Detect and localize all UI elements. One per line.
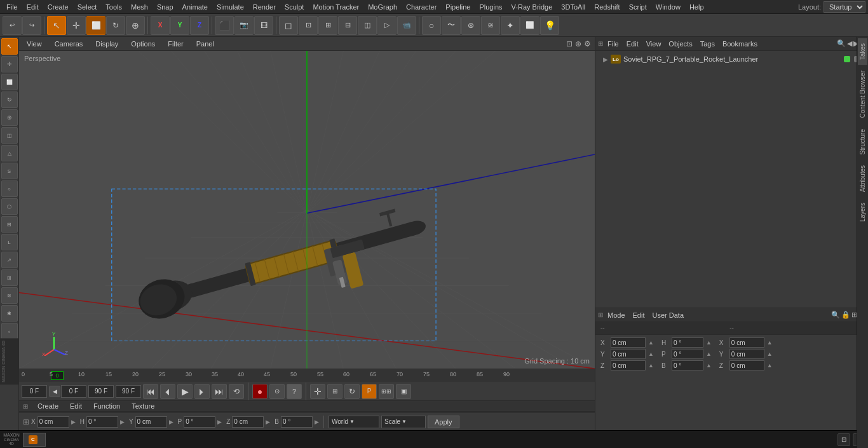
- obj-menu-view[interactable]: View: [643, 39, 665, 49]
- sphere-button[interactable]: ○: [422, 16, 441, 35]
- coord-x-input[interactable]: [37, 416, 69, 428]
- go-end-button[interactable]: ⏭: [212, 384, 227, 399]
- play-button[interactable]: ▶: [177, 384, 193, 399]
- coord-y-arrow[interactable]: ▶: [169, 419, 173, 425]
- taskbar-icon-1[interactable]: ⊡: [837, 433, 850, 446]
- rotate-mode-btn[interactable]: ↻: [344, 384, 360, 399]
- menu-select[interactable]: Select: [74, 2, 101, 12]
- menu-help[interactable]: Help: [686, 2, 708, 12]
- attr-sz-input[interactable]: [729, 360, 764, 370]
- coord-p-arrow[interactable]: ▶: [217, 419, 222, 425]
- coord-b-input[interactable]: [281, 416, 313, 428]
- viewport-menu-filter[interactable]: Filter: [164, 39, 187, 49]
- param-mode-btn[interactable]: P: [362, 384, 377, 399]
- cube-button[interactable]: ⬛: [215, 16, 234, 35]
- attr-b-input[interactable]: [672, 360, 703, 370]
- left-tool-8[interactable]: ○: [1, 180, 18, 197]
- timeline-ruler[interactable]: 0 0 5 10 15 20 25 30 35 40 45 50 55 60 6…: [19, 369, 595, 382]
- obj-menu-tags[interactable]: Tags: [697, 39, 718, 49]
- menu-file[interactable]: File: [3, 2, 22, 12]
- menu-redshift[interactable]: Redshift: [590, 2, 623, 12]
- left-tool-10[interactable]: ⊟: [1, 216, 18, 233]
- camera-button[interactable]: 📷: [234, 16, 254, 35]
- menu-script[interactable]: Script: [625, 2, 651, 12]
- deformer-button[interactable]: ⊛: [461, 16, 480, 35]
- prev-frame-button[interactable]: ⏴: [160, 384, 175, 399]
- attr-y-pos-spin[interactable]: ▲: [648, 351, 654, 357]
- mat-menu-create[interactable]: Create: [34, 401, 62, 411]
- left-tool-1[interactable]: ✛: [1, 56, 18, 72]
- floor-button[interactable]: ⬜: [520, 16, 539, 35]
- obj-visibility-dot[interactable]: [844, 56, 850, 62]
- apply-button[interactable]: Apply: [428, 416, 459, 428]
- start-frame-input[interactable]: [22, 385, 47, 398]
- obj-menu-objects[interactable]: Objects: [665, 39, 695, 49]
- coord-b-arrow[interactable]: ▶: [315, 419, 319, 425]
- menu-character[interactable]: Character: [402, 2, 440, 12]
- record-mode-button[interactable]: ⊙: [269, 384, 285, 399]
- scale-dropdown[interactable]: Scale ▼: [381, 416, 426, 428]
- hair-button[interactable]: ≋: [481, 16, 500, 35]
- coord-z-arrow[interactable]: ▶: [266, 419, 270, 425]
- x-axis-button[interactable]: X: [151, 16, 170, 35]
- attr-sx-input[interactable]: [729, 337, 764, 348]
- world-dropdown[interactable]: World ▼: [329, 416, 379, 428]
- render-button[interactable]: ▷: [377, 16, 397, 35]
- attr-z-pos-input[interactable]: [611, 360, 646, 370]
- left-tool-4[interactable]: ⊕: [1, 109, 18, 126]
- taskbar-c4d-button[interactable]: C: [23, 433, 46, 447]
- tab-takes[interactable]: Takes: [858, 38, 867, 65]
- left-tool-9[interactable]: ⬡: [1, 198, 18, 215]
- left-tool-15[interactable]: ✱: [1, 305, 18, 322]
- coord-x-arrow[interactable]: ▶: [71, 419, 76, 425]
- lamp-button[interactable]: 💡: [540, 16, 559, 35]
- move-mode-btn[interactable]: ✛: [310, 384, 325, 399]
- loop-button[interactable]: ⟲: [229, 384, 244, 399]
- attr-z-pos-spin[interactable]: ▲: [648, 362, 654, 369]
- left-tool-11[interactable]: L: [1, 234, 18, 250]
- left-tool-6[interactable]: △: [1, 145, 18, 161]
- next-frame-button[interactable]: ⏵: [194, 384, 210, 399]
- scale-tool-button[interactable]: ⬜: [86, 16, 105, 35]
- record-button[interactable]: ●: [252, 384, 268, 399]
- obj-nav-back-icon[interactable]: ◀: [847, 39, 852, 48]
- menu-edit[interactable]: Edit: [23, 2, 43, 12]
- attr-x-pos-spin[interactable]: ▲: [648, 339, 654, 346]
- left-tool-5[interactable]: ◫: [1, 127, 18, 144]
- end-frame-input-1[interactable]: [88, 385, 114, 398]
- coord-p-input[interactable]: [184, 416, 215, 428]
- attr-menu-edit[interactable]: Edit: [630, 310, 648, 320]
- coord-z-input[interactable]: [232, 416, 264, 428]
- spline-button[interactable]: 〜: [442, 16, 461, 35]
- attr-p-input[interactable]: [672, 349, 703, 359]
- menu-mesh[interactable]: Mesh: [127, 2, 152, 12]
- obj-menu-file[interactable]: File: [604, 39, 622, 49]
- mat-menu-function[interactable]: Function: [90, 401, 123, 411]
- menu-plugins[interactable]: Plugins: [475, 2, 506, 12]
- mat-menu-edit[interactable]: Edit: [67, 401, 85, 411]
- tab-attributes[interactable]: Attributes: [858, 160, 867, 197]
- left-tool-12[interactable]: ↗: [1, 252, 18, 268]
- attr-menu-userdata[interactable]: User Data: [649, 310, 688, 320]
- left-tool-3[interactable]: ↻: [1, 92, 18, 108]
- attr-b-spin[interactable]: ▲: [706, 362, 712, 369]
- move-tool-button[interactable]: ✛: [67, 16, 86, 35]
- obj-menu-edit[interactable]: Edit: [623, 39, 642, 49]
- menu-snap[interactable]: Snap: [153, 2, 177, 12]
- viewport-canvas[interactable]: Perspective Grid Spacing : 10 cm X Y Z: [19, 51, 595, 369]
- mat-menu-texture[interactable]: Texture: [128, 401, 158, 411]
- tab-layers[interactable]: Layers: [858, 198, 867, 227]
- menu-render[interactable]: Render: [249, 2, 280, 12]
- left-tool-0[interactable]: ↖: [1, 38, 18, 55]
- lights-button[interactable]: ✦: [501, 16, 520, 35]
- attr-lock-icon[interactable]: 🔒: [841, 311, 850, 319]
- menu-tools[interactable]: Tools: [102, 2, 126, 12]
- left-tool-16[interactable]: ⬦: [1, 323, 18, 339]
- viewport-menu-panel[interactable]: Panel: [193, 39, 218, 49]
- viewport-menu-options[interactable]: Options: [127, 39, 159, 49]
- z-axis-button[interactable]: Z: [190, 16, 209, 35]
- select-tool-button[interactable]: ↖: [47, 16, 66, 35]
- layout-select[interactable]: Startup: [824, 1, 865, 13]
- scale-mode-btn[interactable]: ⊞: [327, 384, 342, 399]
- viewport-icon-lock[interactable]: ⊡: [566, 39, 573, 48]
